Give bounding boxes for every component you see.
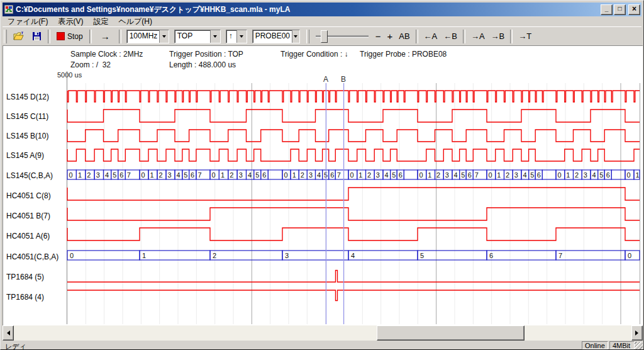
maximize-button[interactable]: □ — [614, 4, 626, 15]
menu-view[interactable]: 表示(V) — [53, 16, 88, 27]
channel-label-tp1684-4: TP1684 (4) — [6, 293, 44, 302]
open-folder-icon — [13, 31, 25, 41]
trigger-position-info: Trigger Position : TOP — [169, 50, 243, 59]
status-memory-badge: 4MBit — [609, 341, 635, 349]
toolbar-separator — [119, 30, 121, 43]
resize-grip[interactable] — [635, 342, 643, 350]
open-file-button[interactable] — [9, 30, 28, 42]
chevron-down-icon[interactable] — [210, 30, 220, 43]
status-ready-text: レディ — [5, 342, 26, 350]
app-window: C:¥Documents and Settings¥noname¥デスクトップ¥… — [0, 0, 644, 350]
status-online-badge: Online — [582, 341, 608, 349]
menu-bar: ファイル(F) 表示(V) 設定 ヘルプ(H) — [3, 17, 641, 26]
channel-label-ls145-bus: LS145(C,B,A) — [6, 171, 53, 180]
sample-clock-info: Sample Clock : 2MHz — [70, 50, 143, 59]
goto-a-left-button[interactable]: ←A — [421, 31, 441, 41]
goto-a-right-button[interactable]: →A — [468, 31, 488, 41]
toolbar: Stop → 100MHz TOP ↑ PROBE00 − + AB — [3, 26, 641, 45]
window-title: C:¥Documents and Settings¥noname¥デスクトップ¥… — [16, 4, 601, 15]
goto-b-right-button[interactable]: →B — [488, 31, 508, 41]
goto-trigger-button[interactable]: →T — [515, 31, 535, 41]
stop-button[interactable]: Stop — [53, 31, 87, 42]
toolbar-separator — [416, 30, 418, 43]
menu-settings[interactable]: 設定 — [88, 16, 113, 27]
toolbar-grip[interactable] — [4, 30, 7, 43]
length-info: Length : 488.000 us — [169, 60, 236, 69]
title-bar[interactable]: C:¥Documents and Settings¥noname¥デスクトップ¥… — [3, 3, 641, 16]
trigger-probe-info: Trigger Probe : PROBE08 — [360, 50, 447, 59]
toolbar-separator — [510, 30, 513, 43]
zoom-slider-handle[interactable] — [321, 30, 328, 43]
probe-select[interactable]: PROBE00 — [252, 30, 300, 43]
triangle-left-icon — [4, 330, 10, 336]
zoom-info: Zoom : / 32 — [70, 60, 111, 69]
chevron-down-icon[interactable] — [159, 30, 168, 43]
channel-label-hc4051-c: HC4051 C(8) — [6, 191, 51, 200]
scroll-right-button[interactable] — [631, 325, 643, 341]
zoom-in-button[interactable]: + — [384, 31, 396, 42]
channel-label-hc4051-bus: HC4051(C,B,A) — [6, 252, 58, 261]
horizontal-scrollbar[interactable] — [3, 325, 643, 341]
menu-file[interactable]: ファイル(F) — [3, 16, 53, 27]
channel-label-ls145-a: LS145 A(9) — [6, 151, 44, 160]
zoom-slider[interactable] — [316, 35, 369, 38]
toolbar-separator — [463, 30, 465, 43]
goto-b-left-button[interactable]: ←B — [440, 31, 460, 41]
scrollbar-thumb[interactable] — [377, 325, 525, 341]
scroll-left-button[interactable] — [3, 325, 14, 341]
channel-label-hc4051-b: HC4051 B(7) — [6, 212, 50, 220]
channel-label-ls145-c: LS145 C(11) — [6, 112, 48, 121]
status-bar: レディ Online 4MBit — [3, 341, 643, 350]
minimize-button[interactable]: _ — [601, 4, 613, 15]
run-button[interactable]: → — [94, 31, 116, 42]
close-button[interactable]: × — [628, 4, 640, 15]
channel-label-tp1684-5: TP1684 (5) — [6, 273, 44, 281]
zoom-out-button[interactable]: − — [372, 31, 384, 42]
trigger-position-select[interactable]: TOP — [174, 30, 221, 43]
trigger-condition-info: Trigger Condition : ↓ — [280, 50, 348, 59]
triangle-right-icon — [635, 330, 641, 336]
toolbar-separator — [48, 30, 50, 43]
save-button[interactable] — [28, 30, 45, 42]
save-floppy-icon — [32, 31, 42, 41]
app-icon — [4, 5, 13, 14]
channel-label-ls145-b: LS145 B(10) — [6, 132, 48, 140]
trigger-edge-select[interactable]: ↑ — [226, 30, 247, 43]
toolbar-grip[interactable] — [306, 30, 309, 43]
zoom-slider-track[interactable] — [316, 35, 369, 38]
stop-icon — [57, 32, 65, 40]
time-scale-label: 5000 us — [57, 71, 82, 79]
chevron-down-icon[interactable] — [236, 30, 247, 43]
waveform-panel: Sample Clock : 2MHz Zoom : / 32 Trigger … — [3, 45, 643, 325]
channel-label-ls145-d: LS145 D(12) — [6, 93, 49, 101]
ab-span-button[interactable]: AB — [396, 31, 413, 41]
toolbar-separator — [89, 30, 92, 43]
chevron-down-icon[interactable] — [292, 30, 299, 43]
channel-label-hc4051-a: HC4051 A(6) — [6, 232, 50, 240]
sample-clock-select[interactable]: 100MHz — [126, 30, 169, 43]
menu-help[interactable]: ヘルプ(H) — [113, 16, 157, 27]
